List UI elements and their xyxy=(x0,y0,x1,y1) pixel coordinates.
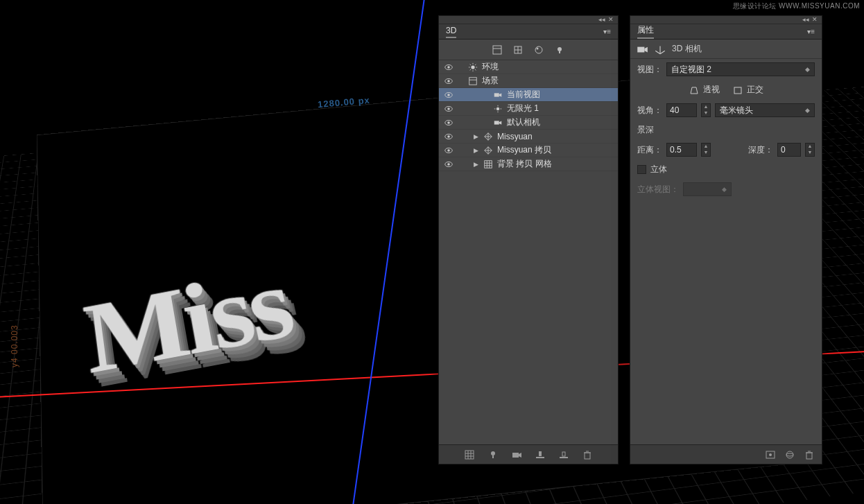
missyuan-row[interactable]: ▶Missyuan xyxy=(439,130,618,144)
props-section-header: 3D 相机 xyxy=(630,40,822,59)
bg-mesh-row[interactable]: ▶背景 拷贝 网格 xyxy=(439,157,618,171)
svg-point-25 xyxy=(447,94,450,96)
row-label: Missyuan xyxy=(497,132,533,141)
dof-label: 景深 xyxy=(637,124,654,136)
filter-material-icon[interactable] xyxy=(533,44,544,55)
svg-rect-69 xyxy=(585,453,590,459)
stereo-row: 立体 xyxy=(630,160,822,179)
trash-icon[interactable] xyxy=(804,449,815,460)
panel-3d-sysbar: ◂◂ ✕ xyxy=(439,16,618,24)
dof-header: 景深 xyxy=(630,121,822,139)
footer-ground-icon[interactable] xyxy=(535,449,546,460)
default-camera-row[interactable]: 默认相机 xyxy=(439,116,618,130)
row-label: 无限光 1 xyxy=(507,103,539,114)
lens-select[interactable]: 毫米镜头 ◆ xyxy=(715,103,815,117)
svg-point-6 xyxy=(537,47,539,49)
svg-rect-26 xyxy=(494,93,499,96)
panel-menu-icon[interactable]: ▾≡ xyxy=(807,28,815,35)
lens-value: 毫米镜头 xyxy=(720,105,753,116)
fov-stepper[interactable]: ▲▼ xyxy=(701,103,711,117)
env-row[interactable]: 环境 xyxy=(439,60,618,74)
perspective-label: 透视 xyxy=(703,84,720,96)
view-select[interactable]: 自定视图 2 ◆ xyxy=(666,62,815,76)
collapse-icon[interactable]: ◂◂ xyxy=(802,17,809,23)
light-icon xyxy=(492,103,503,114)
scene-row[interactable]: 场景 xyxy=(439,74,618,88)
dist-label: 距离： xyxy=(637,144,662,156)
panel-3d-title[interactable]: 3D xyxy=(446,26,456,38)
svg-point-5 xyxy=(535,46,542,53)
stereo-checkbox[interactable] xyxy=(637,165,646,174)
visibility-icon[interactable] xyxy=(443,159,454,170)
visibility-icon[interactable] xyxy=(443,131,454,142)
svg-rect-78 xyxy=(734,87,741,94)
filter-mesh-icon[interactable] xyxy=(512,44,524,55)
ortho-button[interactable]: 正交 xyxy=(732,84,763,96)
visibility-icon[interactable] xyxy=(443,145,454,156)
expand-icon[interactable]: ▶ xyxy=(474,133,479,140)
svg-line-76 xyxy=(660,51,665,54)
footer-grid-icon[interactable] xyxy=(464,449,475,460)
watermark: 思缘设计论坛 WWW.MISSYUAN.COM xyxy=(733,1,860,11)
expand-icon[interactable]: ▶ xyxy=(474,161,479,168)
svg-point-82 xyxy=(786,453,793,456)
depth-stepper[interactable]: ▲▼ xyxy=(805,143,815,157)
close-icon[interactable]: ✕ xyxy=(608,17,614,23)
close-icon[interactable]: ✕ xyxy=(812,17,818,23)
caret-icon: ◆ xyxy=(805,107,810,114)
stereo-label: 立体 xyxy=(650,164,667,175)
svg-rect-72 xyxy=(637,46,644,52)
expand-icon[interactable]: ▶ xyxy=(474,147,479,154)
svg-rect-56 xyxy=(465,451,474,459)
panel-props-title[interactable]: 属性 xyxy=(637,24,654,39)
filter-light-icon[interactable] xyxy=(554,44,565,55)
visibility-icon[interactable] xyxy=(443,117,454,128)
visibility-icon[interactable] xyxy=(443,89,454,101)
svg-line-16 xyxy=(470,64,471,64)
caret-icon: ◆ xyxy=(805,66,810,73)
row-label: 背景 拷贝 网格 xyxy=(497,158,552,170)
sphere-icon[interactable] xyxy=(784,449,795,460)
svg-point-10 xyxy=(447,66,450,69)
svg-marker-27 xyxy=(499,93,502,96)
panel-3d-footer xyxy=(439,444,618,464)
footer-light-icon[interactable] xyxy=(487,449,499,460)
coords-icon[interactable] xyxy=(654,43,666,55)
visibility-icon[interactable] xyxy=(443,76,454,87)
svg-line-17 xyxy=(475,69,476,70)
sun-icon xyxy=(467,62,478,73)
trash-icon[interactable] xyxy=(582,449,593,460)
footer-camera-icon[interactable] xyxy=(511,449,522,460)
filter-scene-icon[interactable] xyxy=(492,44,503,55)
footer-plane-icon[interactable] xyxy=(558,449,569,460)
row-label: 默认相机 xyxy=(507,116,540,128)
current-view-row[interactable]: 当前视图 xyxy=(439,88,618,102)
svg-rect-37 xyxy=(494,121,499,124)
visibility-icon[interactable] xyxy=(443,103,454,114)
collapse-icon[interactable]: ◂◂ xyxy=(598,17,605,23)
infinite-light-row[interactable]: 无限光 1 xyxy=(439,102,618,116)
dist-stepper[interactable]: ▲▼ xyxy=(701,143,711,157)
panel-menu-icon[interactable]: ▾≡ xyxy=(603,28,611,35)
svg-point-11 xyxy=(471,65,474,69)
panel-props-tab: 属性 ▾≡ xyxy=(630,24,822,40)
render-icon[interactable] xyxy=(765,449,776,460)
dist-input[interactable]: 0.5 xyxy=(666,143,697,157)
missyuan-copy-row[interactable]: ▶Missyuan 拷贝 xyxy=(439,144,618,157)
view-row: 视图： 自定视图 2 ◆ xyxy=(630,59,822,80)
stereo-view-select: ◆ xyxy=(683,182,732,196)
svg-point-50 xyxy=(447,163,450,166)
visibility-icon[interactable] xyxy=(443,62,454,73)
panel-props-footer xyxy=(630,444,822,464)
depth-input[interactable]: 0 xyxy=(777,143,801,157)
row-label: 场景 xyxy=(482,75,499,87)
depth-label: 深度： xyxy=(748,144,773,156)
svg-point-40 xyxy=(447,135,450,138)
svg-rect-63 xyxy=(512,453,519,458)
svg-marker-64 xyxy=(519,453,521,458)
camera-icon xyxy=(636,43,648,55)
row-label: 当前视图 xyxy=(507,89,540,101)
perspective-button[interactable]: 透视 xyxy=(689,84,720,96)
fov-input[interactable]: 40 xyxy=(666,103,697,117)
view-label: 视图： xyxy=(637,64,662,76)
